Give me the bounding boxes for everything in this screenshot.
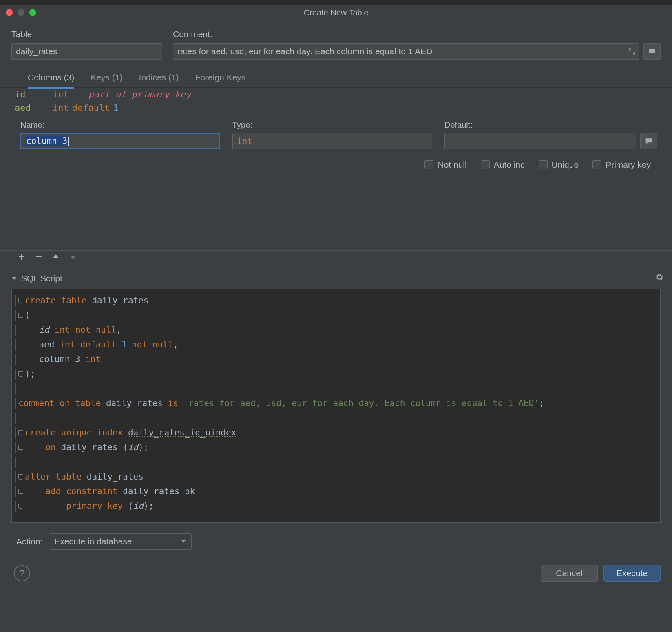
default-input[interactable] — [444, 133, 636, 149]
tab-indices[interactable]: Indices (1) — [139, 73, 179, 87]
window-title: Create New Table — [304, 8, 369, 18]
window-titlebar: Create New Table — [0, 5, 672, 20]
gear-icon[interactable] — [655, 273, 664, 284]
chevron-down-icon — [181, 539, 186, 544]
tab-keys[interactable]: Keys (1) — [91, 73, 122, 87]
cancel-button[interactable]: Cancel — [541, 565, 598, 582]
list-toolbar — [0, 250, 672, 266]
move-up-icon[interactable] — [52, 253, 60, 263]
column-note: -- part of primary key — [72, 89, 191, 99]
chevron-down-icon — [11, 276, 17, 281]
default-comment-button[interactable] — [640, 133, 657, 149]
column-list[interactable]: id int -- part of primary key aed int de… — [0, 88, 672, 115]
form-top: Table: Comment: — [0, 20, 672, 63]
column-editor: Name: column_3 Type: Default: — [0, 115, 672, 152]
action-select[interactable]: Execute in database — [49, 533, 192, 550]
table-label: Table: — [11, 29, 162, 39]
background-editor-strip — [0, 0, 672, 5]
execute-button[interactable]: Execute — [603, 565, 661, 582]
zoom-icon[interactable] — [29, 9, 36, 16]
column-row[interactable]: id int -- part of primary key — [11, 88, 661, 101]
sql-editor[interactable]: create table daily_rates ( id int not nu… — [11, 289, 661, 523]
type-input[interactable] — [232, 133, 432, 149]
tabs: Columns (3) Keys (1) Indices (1) Foreign… — [0, 63, 672, 87]
column-type: int — [53, 103, 69, 113]
default-label: Default: — [444, 120, 657, 130]
comment-field: Comment: — [173, 29, 661, 60]
name-input[interactable]: column_3 — [20, 133, 220, 149]
window-controls — [6, 9, 36, 16]
action-row: Action: Execute in database — [0, 530, 672, 557]
not-null-checkbox[interactable]: Not null — [424, 160, 466, 170]
comment-input[interactable] — [173, 43, 639, 60]
column-name: id — [15, 89, 49, 99]
expand-icon[interactable] — [628, 47, 636, 55]
column-default-kw: default — [72, 103, 110, 113]
table-input[interactable] — [11, 43, 162, 60]
column-row[interactable]: aed int default 1 — [11, 101, 661, 115]
move-down-icon[interactable] — [69, 253, 77, 263]
column-list-spacer — [0, 173, 672, 250]
minimize-icon[interactable] — [18, 9, 24, 16]
table-field: Table: — [11, 29, 162, 60]
help-button[interactable]: ? — [14, 565, 30, 581]
tab-columns[interactable]: Columns (3) — [28, 73, 74, 89]
comment-label: Comment: — [173, 29, 661, 39]
remove-icon[interactable] — [35, 253, 42, 263]
sql-section-header[interactable]: SQL Script — [0, 266, 672, 289]
column-name: aed — [15, 103, 49, 113]
primary-key-checkbox[interactable]: Primary key — [592, 160, 651, 170]
comment-button[interactable] — [643, 43, 661, 60]
column-flags: Not null Auto inc Unique Primary key — [0, 152, 672, 173]
sql-script-label: SQL Script — [21, 274, 62, 283]
tab-foreign-keys[interactable]: Foreign Keys — [195, 73, 246, 87]
type-label: Type: — [232, 120, 432, 130]
auto-inc-checkbox[interactable]: Auto inc — [481, 160, 525, 170]
add-icon[interactable] — [18, 253, 25, 263]
name-label: Name: — [20, 120, 220, 130]
unique-checkbox[interactable]: Unique — [539, 160, 579, 170]
column-default: 1 — [113, 103, 118, 113]
close-icon[interactable] — [6, 9, 13, 16]
action-label: Action: — [16, 537, 42, 546]
dialog-footer: ? Cancel Execute — [0, 557, 672, 592]
column-type: int — [53, 89, 69, 99]
